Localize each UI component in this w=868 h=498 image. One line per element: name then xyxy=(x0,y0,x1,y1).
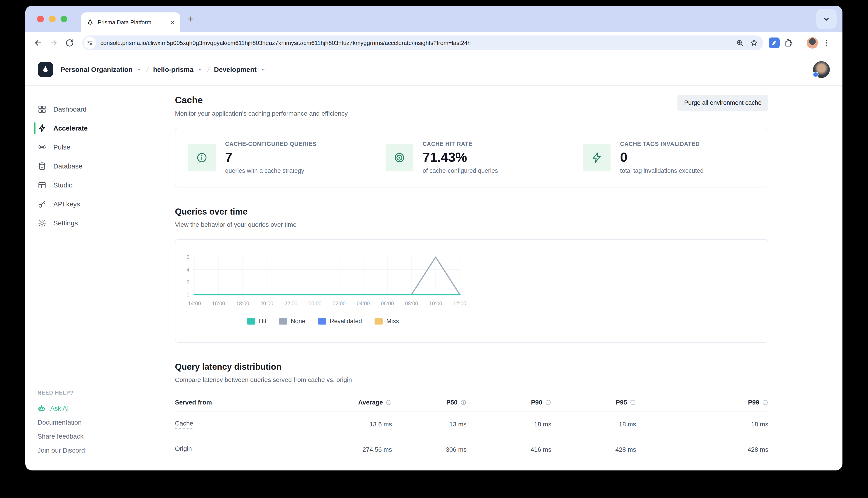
info-icon[interactable] xyxy=(460,399,467,406)
bird-extension-icon xyxy=(771,40,778,46)
sidebar-item-label: Dashboard xyxy=(53,105,87,113)
new-tab-button[interactable]: + xyxy=(184,12,197,26)
sidebar-item-database[interactable]: Database xyxy=(34,157,175,176)
ask-ai-link[interactable]: Ask AI xyxy=(38,401,175,415)
latency-section-title: Query latency distribution xyxy=(175,362,768,372)
metric-cache-configured-queries: CACHE-CONFIGURED QUERIES 7 queries with … xyxy=(175,141,373,174)
cache-p99: 18 ms xyxy=(636,421,768,428)
origin-p99: 428 ms xyxy=(636,446,768,453)
project-switcher[interactable]: hello-prisma xyxy=(153,66,203,74)
pulse-icon xyxy=(38,143,47,152)
legend-item-hit: Hit xyxy=(247,318,266,325)
accelerate-lightning-icon xyxy=(38,124,47,133)
documentation-link[interactable]: Documentation xyxy=(38,415,175,429)
share-feedback-link[interactable]: Share feedback xyxy=(38,429,175,443)
zoom-icon[interactable] xyxy=(736,39,744,47)
origin-p90: 416 ms xyxy=(467,446,551,453)
environment-name: Development xyxy=(214,66,257,74)
forward-button[interactable] xyxy=(48,37,60,49)
legend-item-miss: Miss xyxy=(374,318,399,325)
sidebar-item-pulse[interactable]: Pulse xyxy=(34,138,175,157)
tab-strip-chevron-button[interactable] xyxy=(816,9,837,29)
metric-description: queries with a cache strategy xyxy=(225,167,317,174)
metric-label: CACHE-CONFIGURED QUERIES xyxy=(225,141,317,147)
column-p50: P50 xyxy=(446,399,458,406)
reload-button[interactable] xyxy=(63,37,76,49)
metric-description: of cache-configured queries xyxy=(423,167,498,174)
purge-cache-button[interactable]: Purge all environment cache xyxy=(677,95,768,111)
join-discord-link[interactable]: Join our Discord xyxy=(38,443,175,457)
bookmark-star-icon[interactable] xyxy=(750,39,758,47)
browser-menu-button[interactable] xyxy=(820,37,833,49)
close-window-button[interactable] xyxy=(37,16,44,22)
environment-switcher[interactable]: Development xyxy=(214,66,266,74)
breadcrumb: Personal Organization / hello-prisma / D… xyxy=(61,65,266,74)
prisma-logo xyxy=(38,62,53,77)
pinned-extension-button[interactable] xyxy=(769,38,780,48)
sidebar-item-studio[interactable]: Studio xyxy=(34,176,175,195)
svg-text:08:00: 08:00 xyxy=(405,301,418,306)
svg-text:6: 6 xyxy=(187,254,189,260)
url-text[interactable]: console.prisma.io/cliwxim5p005xqh0g3mvqp… xyxy=(100,40,471,47)
org-switcher[interactable]: Personal Organization xyxy=(61,66,142,74)
minimize-window-button[interactable] xyxy=(49,16,55,22)
latency-section-subtitle: Compare latency between queries served f… xyxy=(175,376,768,383)
app-header: Personal Organization / hello-prisma / D… xyxy=(25,53,842,86)
chevron-down-icon xyxy=(822,14,831,24)
target-icon xyxy=(386,144,413,171)
site-settings-button[interactable] xyxy=(84,37,96,49)
org-name: Personal Organization xyxy=(61,66,132,74)
legend-label: Miss xyxy=(386,318,399,325)
info-icon[interactable] xyxy=(630,399,636,406)
back-button[interactable] xyxy=(31,37,44,49)
zoom-window-button[interactable] xyxy=(61,16,67,22)
served-from-origin-label[interactable]: Origin xyxy=(175,445,192,455)
info-icon[interactable] xyxy=(545,399,551,406)
extensions-button[interactable] xyxy=(782,37,794,49)
sidebar-item-settings[interactable]: Settings xyxy=(34,214,175,233)
sidebar-item-accelerate[interactable]: Accelerate xyxy=(34,119,175,138)
svg-text:2: 2 xyxy=(187,279,189,285)
queries-section-title: Queries over time xyxy=(175,207,768,217)
window-controls[interactable] xyxy=(37,16,67,22)
close-tab-icon[interactable]: × xyxy=(170,19,175,26)
user-avatar[interactable] xyxy=(813,61,830,78)
browser-toolbar: console.prisma.io/cliwxim5p005xqh0g3mvqp… xyxy=(25,32,842,53)
cache-p95: 18 ms xyxy=(551,421,636,428)
svg-text:00:00: 00:00 xyxy=(308,301,322,306)
svg-text:0: 0 xyxy=(187,292,189,298)
sidebar-item-label: Studio xyxy=(53,181,73,189)
back-arrow-icon xyxy=(33,38,43,48)
help-link-label: Ask AI xyxy=(50,405,69,412)
queries-chart: 024614:0016:0018:0020:0022:0000:0002:000… xyxy=(179,248,467,316)
metric-description: total tag invalidations executed xyxy=(620,167,703,174)
column-average: Average xyxy=(358,399,383,406)
sidebar-item-dashboard[interactable]: Dashboard xyxy=(34,100,175,119)
legend-swatch xyxy=(318,318,326,325)
sidebar-item-label: Accelerate xyxy=(53,124,88,132)
origin-average: 274.56 ms xyxy=(302,446,392,453)
page-subtitle: Monitor your application's caching perfo… xyxy=(175,110,348,117)
latency-table: Served from Average P50 P90 P95 P99 Cach… xyxy=(175,393,768,462)
sidebar: Dashboard Accelerate Pulse Database Stud xyxy=(25,86,175,470)
browser-profile-avatar[interactable] xyxy=(807,37,818,49)
info-icon[interactable] xyxy=(386,399,392,406)
queries-section-subtitle: View the behavior of your queries over t… xyxy=(175,221,768,228)
sidebar-item-api-keys[interactable]: API keys xyxy=(34,195,175,214)
served-from-cache-label[interactable]: Cache xyxy=(175,420,193,429)
url-bar[interactable]: console.prisma.io/cliwxim5p005xqh0g3mvqp… xyxy=(82,36,763,50)
svg-text:20:00: 20:00 xyxy=(260,301,273,306)
help-link-label: Documentation xyxy=(38,419,81,426)
ask-ai-robot-icon xyxy=(38,404,46,412)
svg-text:14:00: 14:00 xyxy=(188,301,201,306)
cache-average: 13.6 ms xyxy=(302,421,392,428)
key-icon xyxy=(38,200,47,209)
column-p99: P99 xyxy=(748,399,759,406)
project-name: hello-prisma xyxy=(153,66,193,74)
extensions-puzzle-icon xyxy=(783,38,793,48)
info-icon[interactable] xyxy=(762,399,768,406)
help-link-label: Share feedback xyxy=(38,433,84,440)
browser-tab[interactable]: Prisma Data Platform × xyxy=(81,12,180,32)
active-indicator xyxy=(34,122,36,134)
cache-p50: 13 ms xyxy=(392,421,467,428)
